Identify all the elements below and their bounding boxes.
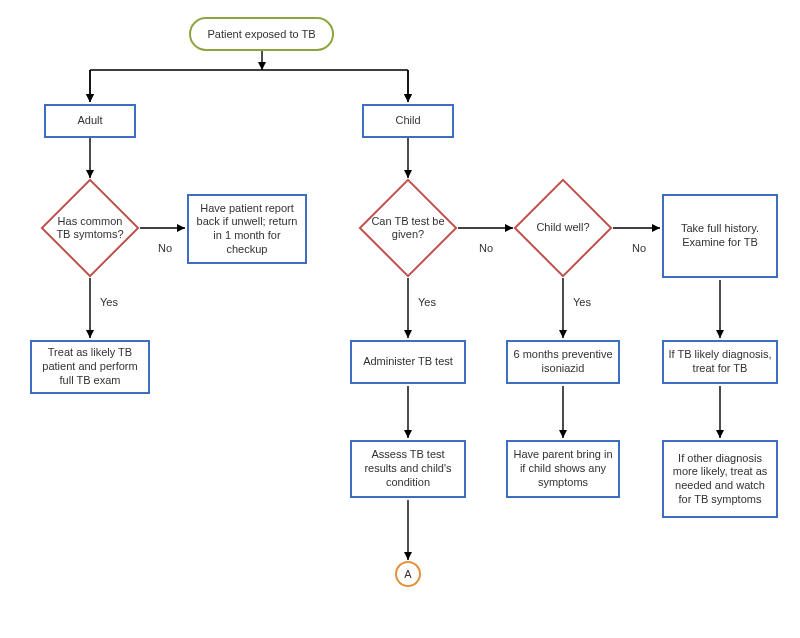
decision-test-given: Can TB test be given? — [358, 178, 458, 278]
node-treat-adult-label: Treat as likely TB patient and perform f… — [36, 346, 144, 387]
decision-test-given-label: Can TB test be given? — [368, 215, 448, 241]
node-isoniazid-label: 6 months preventive isoniazid — [512, 348, 614, 376]
decision-has-symptoms-label: Has common TB symtoms? — [50, 215, 130, 241]
node-treat-adult: Treat as likely TB patient and perform f… — [30, 340, 150, 394]
node-isoniazid: 6 months preventive isoniazid — [506, 340, 620, 384]
node-if-tb-likely: If TB likely diagnosis, treat for TB — [662, 340, 778, 384]
node-child: Child — [362, 104, 454, 138]
node-take-history-label: Take full history. Examine for TB — [668, 222, 772, 250]
flowchart-edges — [0, 0, 800, 638]
node-other-diagnosis-label: If other diagnosis more likely, treat as… — [668, 452, 772, 507]
flowchart-canvas: Patient exposed to TB Adult Child Has co… — [0, 0, 800, 638]
node-administer-test-label: Administer TB test — [363, 355, 453, 369]
decision-child-well: Child well? — [513, 178, 613, 278]
node-if-tb-likely-label: If TB likely diagnosis, treat for TB — [668, 348, 772, 376]
edge-label-yes: Yes — [100, 296, 118, 308]
connector-a-label: A — [404, 568, 411, 580]
start-node: Patient exposed to TB — [189, 17, 334, 51]
edge-label-no: No — [158, 242, 172, 254]
edge-label-no: No — [479, 242, 493, 254]
start-label: Patient exposed to TB — [207, 28, 315, 40]
node-parent-bring-in-label: Have parent bring in if child shows any … — [512, 448, 614, 489]
node-adult: Adult — [44, 104, 136, 138]
connector-a: A — [395, 561, 421, 587]
node-assess-results-label: Assess TB test results and child's condi… — [356, 448, 460, 489]
node-adult-label: Adult — [77, 114, 102, 128]
edge-label-yes: Yes — [418, 296, 436, 308]
decision-has-symptoms: Has common TB symtoms? — [40, 178, 140, 278]
node-report-back: Have patient report back if unwell; retu… — [187, 194, 307, 264]
node-take-history: Take full history. Examine for TB — [662, 194, 778, 278]
node-assess-results: Assess TB test results and child's condi… — [350, 440, 466, 498]
node-parent-bring-in: Have parent bring in if child shows any … — [506, 440, 620, 498]
node-administer-test: Administer TB test — [350, 340, 466, 384]
edge-label-no: No — [632, 242, 646, 254]
node-report-back-label: Have patient report back if unwell; retu… — [193, 202, 301, 257]
node-child-label: Child — [395, 114, 420, 128]
node-other-diagnosis: If other diagnosis more likely, treat as… — [662, 440, 778, 518]
edge-label-yes: Yes — [573, 296, 591, 308]
decision-child-well-label: Child well? — [523, 221, 603, 234]
